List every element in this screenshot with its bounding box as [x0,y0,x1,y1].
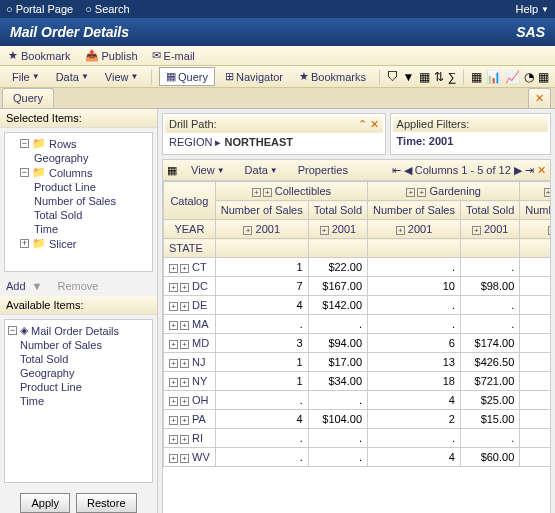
col-num-sales-1[interactable]: Number of Sales [215,201,308,220]
tab-close-button[interactable]: ✕ [528,88,551,108]
search-link[interactable]: ○Search [85,3,130,15]
doc-icon[interactable]: ▦ [419,69,430,85]
nav-prev-icon[interactable]: ◀ [404,164,412,176]
geography-node[interactable]: Geography [8,151,149,165]
bar-chart-icon[interactable]: 📊 [486,69,501,85]
view-menu[interactable]: View▼ [99,69,145,85]
remove-button[interactable]: Remove [58,280,99,292]
avail-product-line[interactable]: Product Line [8,380,149,394]
pets-header[interactable]: ++ Pets [520,182,550,201]
avail-total-sold[interactable]: Total Sold [8,352,149,366]
available-items-title: Available Items: [0,296,157,315]
time-node[interactable]: Time [8,222,149,236]
data-menu[interactable]: Data▼ [50,69,95,85]
drill-close-icon[interactable]: ✕ [370,118,379,130]
restore-button[interactable]: Restore [76,493,137,513]
number-of-sales-node[interactable]: Number of Sales [8,194,149,208]
data-cell: 2 [368,410,461,429]
nav-last-icon[interactable]: ⇥ [525,164,534,176]
nav-first-icon[interactable]: ⇤ [392,164,401,176]
calc-icon[interactable]: ∑ [448,69,457,85]
product-line-node[interactable]: Product Line [8,180,149,194]
columns-node[interactable]: −📁Columns [8,165,149,180]
filter-icon[interactable]: ⛉ [387,69,399,85]
state-header[interactable]: STATE [164,239,216,258]
mail-order-details-node[interactable]: −◈Mail Order Details [8,323,149,338]
add-button[interactable]: Add [6,280,26,292]
col-num-sales-2[interactable]: Number of Sales [368,201,461,220]
data-cell: 10 [368,277,461,296]
state-cell[interactable]: ++ NY [164,372,216,391]
data-cell: . [308,448,367,467]
col-num-sales-3[interactable]: Number of Sales [520,201,550,220]
publish-action[interactable]: 📤Publish [85,49,138,62]
col-total-sold-2[interactable]: Total Sold [460,201,519,220]
apply-button[interactable]: Apply [20,493,70,513]
line-chart-icon[interactable]: 📈 [505,69,520,85]
drill-minimize-icon[interactable]: ⌃ [358,118,367,130]
gardening-header[interactable]: ++ Gardening [368,182,520,201]
state-cell[interactable]: ++ RI [164,429,216,448]
funnel-icon[interactable]: ▼ [403,69,415,85]
state-cell[interactable]: ++ DE [164,296,216,315]
data-cell: . [215,448,308,467]
data-cell: . [368,296,461,315]
year-2001-4[interactable]: + 2001 [460,220,519,239]
state-cell[interactable]: ++ PA [164,410,216,429]
state-cell[interactable]: ++ DC [164,277,216,296]
drill-region-label[interactable]: REGION [169,136,212,148]
pie-chart-icon[interactable]: ◔ [524,69,534,85]
query-menu[interactable]: ▦Query [159,67,215,86]
bookmarks-menu[interactable]: ★Bookmarks [293,68,372,85]
portal-page-link[interactable]: ○Portal Page [6,3,73,15]
state-cell[interactable]: ++ CT [164,258,216,277]
table-row: ++ DC7$167.0010$98.0028 [164,277,551,296]
collectibles-header[interactable]: ++ Collectibles [215,182,367,201]
year-2001-3[interactable]: + 2001 [368,220,461,239]
year-2001-2[interactable]: + 2001 [308,220,367,239]
grid-icon[interactable]: ▦ [538,69,549,85]
year-header[interactable]: YEAR [164,220,216,239]
state-cell[interactable]: ++ NJ [164,353,216,372]
data-cell: 13 [520,410,550,429]
catalog-header[interactable]: Catalog [164,182,216,220]
nav-next-icon[interactable]: ▶ [514,164,522,176]
year-2001-1[interactable]: + 2001 [215,220,308,239]
year-2001-5[interactable]: + 2001 [520,220,550,239]
right-panel: Drill Path:⌃ ✕ REGION ▸ NORTHEAST Applie… [158,109,555,513]
email-action[interactable]: ✉E-mail [152,49,195,62]
col-total-sold-1[interactable]: Total Sold [308,201,367,220]
file-menu[interactable]: File▼ [6,69,46,85]
rows-node[interactable]: −📁Rows [8,136,149,151]
tab-query[interactable]: Query [2,88,54,108]
state-cell[interactable]: ++ MA [164,315,216,334]
slicer-node[interactable]: +📁Slicer [8,236,149,251]
table-icon[interactable]: ▦ [471,69,482,85]
bookmark-action[interactable]: ★Bookmark [8,49,71,62]
data-cell: . [368,429,461,448]
selected-items-tree: −📁Rows Geography −📁Columns Product Line … [4,132,153,272]
total-sold-node[interactable]: Total Sold [8,208,149,222]
sort-icon[interactable]: ⇅ [434,69,444,85]
avail-geography[interactable]: Geography [8,366,149,380]
data-cell: . [308,391,367,410]
data-cell: $60.00 [460,448,519,467]
page-title: Mail Order Details [10,24,129,40]
data-cell: $15.00 [460,410,519,429]
help-link[interactable]: Help ▼ [515,3,549,15]
navigator-menu[interactable]: ⊞Navigator [219,68,289,85]
data-cell: 4 [215,296,308,315]
state-cell[interactable]: ++ WV [164,448,216,467]
state-cell[interactable]: ++ OH [164,391,216,410]
grid-data-menu[interactable]: Data▼ [239,162,284,178]
avail-number-of-sales[interactable]: Number of Sales [8,338,149,352]
grid-properties[interactable]: Properties [292,162,354,178]
data-cell: 1 [215,353,308,372]
state-cell[interactable]: ++ MD [164,334,216,353]
grid-view-menu[interactable]: View▼ [185,162,231,178]
table-row: ++ MD3$94.006$174.0021 [164,334,551,353]
grid-close-icon[interactable]: ✕ [537,164,546,176]
column-range-label: Columns 1 - 5 of 12 [415,164,511,176]
data-cell: $22.00 [308,258,367,277]
avail-time[interactable]: Time [8,394,149,408]
